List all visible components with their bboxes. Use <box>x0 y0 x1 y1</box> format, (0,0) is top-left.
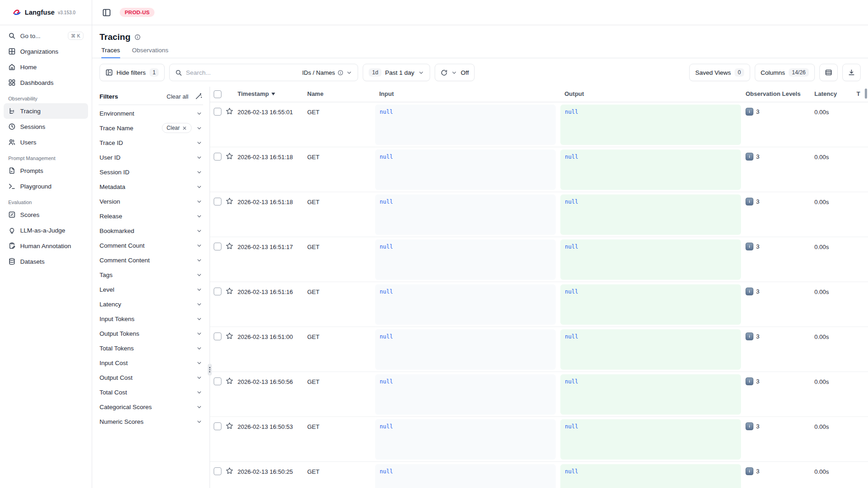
col-latency[interactable]: Latency <box>814 87 857 97</box>
filter-comment-content[interactable]: Comment Content <box>100 253 202 267</box>
bookmark-star-icon[interactable] <box>226 377 238 385</box>
bookmark-star-icon[interactable] <box>226 332 238 340</box>
bookmark-star-icon[interactable] <box>226 107 238 115</box>
filter-output-cost[interactable]: Output Cost <box>100 370 202 385</box>
output-cell[interactable]: null <box>560 329 741 370</box>
output-cell[interactable]: null <box>560 374 741 415</box>
sidebar-item-home[interactable]: Home <box>4 59 88 75</box>
auto-refresh-button[interactable]: Off <box>435 64 475 81</box>
col-name[interactable]: Name <box>307 87 375 97</box>
filter-input-tokens[interactable]: Input Tokens <box>100 311 202 326</box>
bookmark-star-icon[interactable] <box>226 287 238 295</box>
filter-environment[interactable]: Environment <box>100 106 202 121</box>
input-cell[interactable]: null <box>375 329 556 370</box>
filter-trace-id[interactable]: Trace ID <box>100 135 202 150</box>
row-checkbox[interactable] <box>214 333 221 340</box>
sidebar-item-organizations[interactable]: Organizations <box>4 44 88 59</box>
select-all-checkbox[interactable] <box>214 90 221 98</box>
table-row[interactable]: 2026-02-13 16:51:00 GET null null 3 0.00… <box>210 327 868 372</box>
input-cell[interactable]: null <box>375 464 556 488</box>
row-checkbox[interactable] <box>214 377 221 385</box>
scrollbar-thumb[interactable] <box>865 89 867 99</box>
filter-metadata[interactable]: Metadata <box>100 179 202 194</box>
tab-observations[interactable]: Observations <box>132 47 169 58</box>
search-input[interactable] <box>186 69 298 76</box>
sidebar-item-sessions[interactable]: Sessions <box>4 119 88 134</box>
output-cell[interactable]: null <box>560 150 741 190</box>
filter-release[interactable]: Release <box>100 209 202 223</box>
table-row[interactable]: 2026-02-13 16:50:25 GET null null 3 0.00… <box>210 462 868 488</box>
row-height-button[interactable] <box>819 64 838 81</box>
filter-user-id[interactable]: User ID <box>100 150 202 165</box>
row-checkbox[interactable] <box>214 153 221 161</box>
output-cell[interactable]: null <box>560 105 741 145</box>
filter-session-id[interactable]: Session ID <box>100 165 202 179</box>
output-cell[interactable]: null <box>560 464 741 488</box>
sidebar-item-datasets[interactable]: Datasets <box>4 254 88 269</box>
columns-button[interactable]: Columns 14/26 <box>755 64 815 81</box>
sidebar-item-llm-judge[interactable]: LLM-as-a-Judge <box>4 222 88 238</box>
output-cell[interactable]: null <box>560 284 741 325</box>
sidebar-item-scores[interactable]: Scores <box>4 207 88 222</box>
filter-input-cost[interactable]: Input Cost <box>100 355 202 370</box>
sidebar-item-users[interactable]: Users <box>4 134 88 150</box>
table-row[interactable]: 2026-02-13 16:51:18 GET null null 3 0.00… <box>210 192 868 237</box>
table-row[interactable]: 2026-02-13 16:51:16 GET null null 3 0.00… <box>210 282 868 327</box>
time-range-button[interactable]: 1d Past 1 day <box>363 64 430 81</box>
export-button[interactable] <box>842 64 861 81</box>
input-cell[interactable]: null <box>375 194 556 235</box>
filter-total-tokens[interactable]: Total Tokens <box>100 341 202 355</box>
filter-clear-pill[interactable]: Clear <box>162 123 192 133</box>
col-input[interactable]: Input <box>375 87 560 97</box>
bookmark-star-icon[interactable] <box>226 467 238 475</box>
row-checkbox[interactable] <box>214 288 221 295</box>
bookmark-star-icon[interactable] <box>226 197 238 205</box>
filter-categorical-scores[interactable]: Categorical Scores <box>100 399 202 414</box>
table-row[interactable]: 2026-02-13 16:51:18 GET null null 3 0.00… <box>210 147 868 192</box>
sidebar-toggle-button[interactable] <box>100 6 113 19</box>
bookmark-star-icon[interactable] <box>226 242 238 250</box>
table-row[interactable]: 2026-02-13 16:55:01 GET null null 3 0.00… <box>210 102 868 147</box>
sidebar-item-prompts[interactable]: Prompts <box>4 163 88 178</box>
row-checkbox[interactable] <box>214 243 221 250</box>
input-cell[interactable]: null <box>375 284 556 325</box>
row-checkbox[interactable] <box>214 108 221 116</box>
row-checkbox[interactable] <box>214 467 221 475</box>
filter-comment-count[interactable]: Comment Count <box>100 238 202 253</box>
bookmark-star-icon[interactable] <box>226 422 238 430</box>
sidebar-item-dashboards[interactable]: Dashboards <box>4 75 88 90</box>
input-cell[interactable]: null <box>375 150 556 190</box>
table-row[interactable]: 2026-02-13 16:50:53 GET null null 3 0.00… <box>210 417 868 462</box>
bookmark-star-icon[interactable] <box>226 152 238 160</box>
output-cell[interactable]: null <box>560 419 741 460</box>
col-timestamp[interactable]: Timestamp <box>238 87 307 97</box>
input-cell[interactable]: null <box>375 105 556 145</box>
table-row[interactable]: 2026-02-13 16:51:17 GET null null 3 0.00… <box>210 237 868 282</box>
filter-output-tokens[interactable]: Output Tokens <box>100 326 202 341</box>
col-observation-levels[interactable]: Observation Levels <box>746 87 814 97</box>
sidebar-item-tracing[interactable]: Tracing <box>4 103 88 119</box>
sidebar-item-playground[interactable]: Playground <box>4 178 88 194</box>
output-cell[interactable]: null <box>560 239 741 280</box>
page-info-icon[interactable] <box>134 34 141 40</box>
input-cell[interactable]: null <box>375 419 556 460</box>
filter-tags[interactable]: Tags <box>100 267 202 282</box>
filter-level[interactable]: Level <box>100 282 202 297</box>
filter-latency[interactable]: Latency <box>100 297 202 311</box>
input-cell[interactable]: null <box>375 239 556 280</box>
wand-sparkles-icon[interactable] <box>195 93 202 100</box>
row-checkbox[interactable] <box>214 422 221 430</box>
col-output[interactable]: Output <box>560 87 746 97</box>
tab-traces[interactable]: Traces <box>101 47 120 58</box>
filter-numeric-scores[interactable]: Numeric Scores <box>100 414 202 429</box>
saved-views-button[interactable]: Saved Views 0 <box>689 64 750 81</box>
filter-total-cost[interactable]: Total Cost <box>100 385 202 399</box>
environment-badge[interactable]: PROD-US <box>120 8 155 17</box>
input-cell[interactable]: null <box>375 374 556 415</box>
search-scope-selector[interactable]: IDs / Names <box>302 69 353 76</box>
filter-version[interactable]: Version <box>100 194 202 209</box>
sidebar-item-human-annotation[interactable]: Human Annotation <box>4 238 88 254</box>
row-checkbox[interactable] <box>214 198 221 205</box>
output-cell[interactable]: null <box>560 194 741 235</box>
filter-bookmarked[interactable]: Bookmarked <box>100 223 202 238</box>
